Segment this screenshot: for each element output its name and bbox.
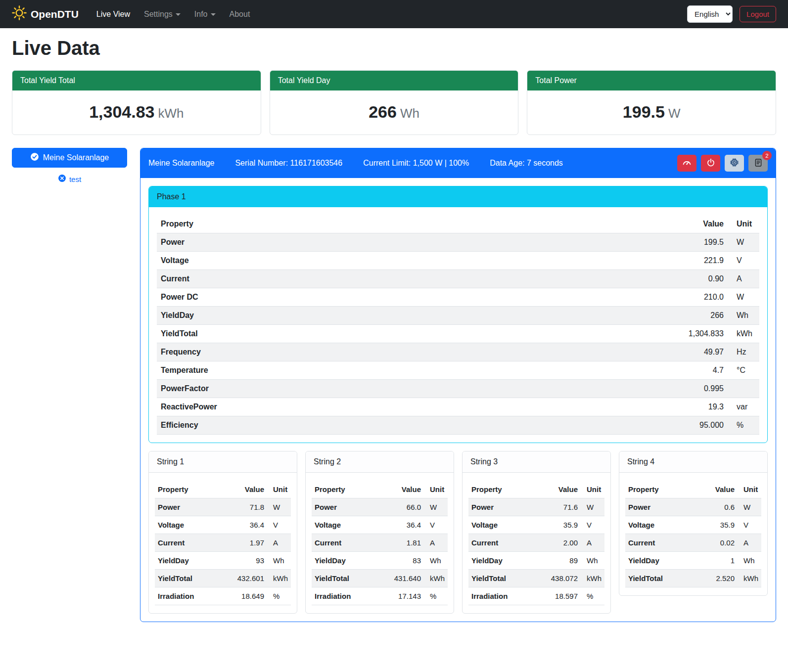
summary-card-body: 266Wh (270, 90, 518, 134)
property-cell: YieldDay (312, 552, 391, 570)
main-content: Meine Solaranlage test Meine Solaranlage… (12, 148, 776, 622)
string-table: PropertyValueUnitPower71.6WVoltage35.9VC… (468, 481, 604, 605)
unit-cell: A (728, 270, 759, 288)
nav-item-info[interactable]: Info (188, 6, 222, 23)
inverter-name: Meine Solaranlage (148, 159, 214, 168)
speedometer-icon (682, 158, 692, 169)
summary-unit: Wh (400, 106, 419, 121)
nav-item-label: Settings (144, 10, 173, 19)
test-link-label: test (69, 175, 81, 183)
unit-cell: kWh (267, 570, 291, 587)
column-header: Unit (728, 215, 759, 233)
table-row: YieldTotal432.601kWh (155, 570, 291, 587)
column-header: Property (155, 481, 234, 498)
summary-card-title: Total Yield Day (270, 71, 518, 90)
value-cell: 2.00 (548, 534, 581, 552)
unit-cell: W (267, 498, 291, 516)
property-cell: Irradiation (312, 587, 391, 605)
value-cell: 0.6 (706, 498, 738, 516)
value-cell: 4.7 (663, 361, 728, 380)
page-title: Live Data (12, 37, 776, 59)
value-cell: 83 (391, 552, 424, 570)
column-header: Property (468, 481, 548, 498)
power-toggle-button[interactable] (701, 155, 720, 172)
table-header-row: PropertyValueUnit (468, 481, 604, 498)
value-cell: 35.9 (706, 516, 738, 534)
value-cell: 0.90 (663, 270, 728, 288)
unit-cell: W (728, 288, 759, 307)
nav-item-live-view[interactable]: Live View (91, 6, 136, 23)
value-cell: 1.81 (391, 534, 424, 552)
sun-logo-icon (12, 5, 27, 23)
chevron-down-icon (211, 13, 216, 16)
property-cell: YieldDay (155, 552, 234, 570)
value-cell: 221.9 (663, 252, 728, 270)
value-cell: 18.649 (234, 587, 267, 605)
column-header: Value (706, 481, 738, 498)
property-cell: Voltage (155, 516, 234, 534)
unit-cell: W (581, 498, 604, 516)
value-cell: 1 (706, 552, 738, 570)
summary-card-total-yield-day: Total Yield Day 266Wh (270, 70, 519, 135)
language-select[interactable]: English (687, 5, 733, 23)
event-count-badge: 2 (762, 151, 772, 160)
table-row: Current0.02A (625, 534, 761, 552)
table-row: YieldDay93Wh (155, 552, 291, 570)
brand[interactable]: OpenDTU (12, 5, 79, 23)
unit-cell: % (267, 587, 291, 605)
table-row: PowerFactor0.995 (157, 380, 759, 398)
property-cell: Power (157, 233, 663, 252)
unit-cell: V (581, 516, 604, 534)
summary-card-total-power: Total Power 199.5W (527, 70, 776, 135)
string-card-title: String 1 (149, 451, 297, 473)
property-cell: YieldTotal (157, 325, 663, 343)
table-row: Voltage221.9V (157, 252, 759, 270)
unit-cell: V (267, 516, 291, 534)
property-cell: Current (157, 270, 663, 288)
phase-card-body: PropertyValueUnitPower199.5WVoltage221.9… (149, 207, 767, 443)
inverter-select-button[interactable]: Meine Solaranlage (12, 148, 127, 168)
table-row: Power71.6W (468, 498, 604, 516)
summary-unit: W (668, 106, 681, 121)
inverter-data-age: Data Age: 7 seconds (490, 159, 563, 168)
value-cell: 0.02 (706, 534, 738, 552)
device-info-button[interactable] (725, 155, 744, 172)
limit-settings-button[interactable] (677, 155, 696, 172)
value-cell: 71.8 (234, 498, 267, 516)
value-cell: 266 (663, 307, 728, 325)
navbar: OpenDTU Live View Settings Info About En… (0, 0, 788, 28)
column-header: Value (391, 481, 424, 498)
string-table: PropertyValueUnitPower71.8WVoltage36.4VC… (155, 481, 291, 605)
value-cell: 0.995 (663, 380, 728, 398)
value-cell: 2.520 (706, 570, 738, 587)
value-cell: 431.640 (391, 570, 424, 587)
nav-menu: Live View Settings Info About (91, 6, 256, 23)
property-cell: PowerFactor (157, 380, 663, 398)
property-cell: Power (468, 498, 548, 516)
property-cell: Current (625, 534, 706, 552)
unit-cell: V (728, 252, 759, 270)
unit-cell: A (738, 534, 761, 552)
nav-item-settings[interactable]: Settings (138, 6, 186, 23)
summary-card-total-yield-total: Total Yield Total 1,304.83kWh (12, 70, 261, 135)
unit-cell: W (728, 233, 759, 252)
property-cell: Temperature (157, 361, 663, 380)
property-cell: Voltage (312, 516, 391, 534)
value-cell: 210.0 (663, 288, 728, 307)
table-row: YieldDay89Wh (468, 552, 604, 570)
table-row: YieldDay83Wh (312, 552, 448, 570)
table-header-row: PropertyValueUnit (157, 215, 759, 233)
string-card: String 4PropertyValueUnitPower0.6WVoltag… (619, 451, 768, 596)
summary-unit: kWh (158, 106, 184, 121)
inverter-serial: Serial Number: 116171603546 (235, 159, 342, 168)
phase-card-title: Phase 1 (149, 186, 767, 207)
logout-button[interactable]: Logout (740, 6, 776, 22)
string-card-title: String 3 (463, 451, 610, 473)
table-row: YieldTotal2.520kWh (625, 570, 761, 587)
nav-item-about[interactable]: About (224, 6, 256, 23)
inverter-test-link[interactable]: test (12, 174, 127, 184)
event-log-button[interactable]: 2 (748, 155, 768, 172)
value-cell: 66.0 (391, 498, 424, 516)
table-row: Voltage36.4V (155, 516, 291, 534)
summary-cards-row: Total Yield Total 1,304.83kWh Total Yiel… (12, 70, 776, 135)
